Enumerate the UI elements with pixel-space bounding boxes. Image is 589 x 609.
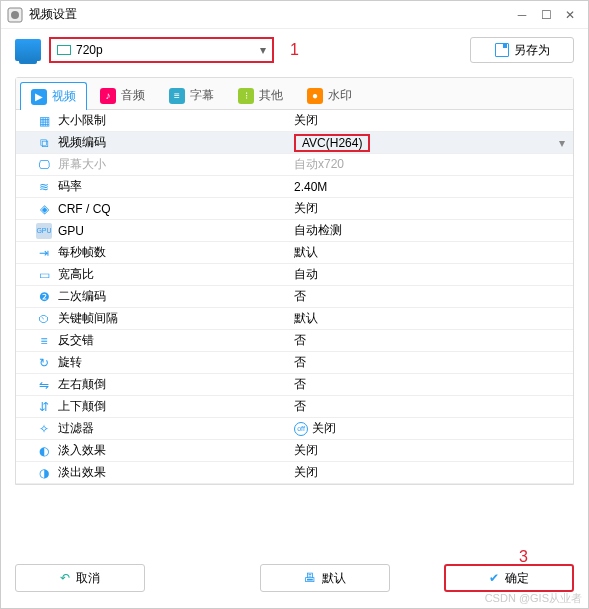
titlebar: 视频设置 ─ ☐ ✕	[1, 1, 588, 29]
setting-row[interactable]: ❷二次编码否	[16, 286, 573, 308]
tab-icon: ♪	[100, 88, 116, 104]
setting-row[interactable]: ⇵上下颠倒否	[16, 396, 573, 418]
filter-icon: ✧	[36, 421, 52, 437]
maximize-button[interactable]: ☐	[534, 5, 558, 25]
setting-row[interactable]: GPUGPU自动检测	[16, 220, 573, 242]
setting-value: 关闭	[294, 112, 318, 129]
tab-label: 字幕	[190, 87, 214, 104]
size-limit-icon: ▦	[36, 113, 52, 129]
setting-value: AVC(H264)	[294, 134, 370, 152]
setting-value: 否	[294, 288, 306, 305]
setting-label: 大小限制	[58, 112, 106, 129]
crf-icon: ◈	[36, 201, 52, 217]
window-title: 视频设置	[29, 6, 510, 23]
setting-label: 反交错	[58, 332, 94, 349]
setting-value: 否	[294, 354, 306, 371]
setting-label: 每秒帧数	[58, 244, 106, 261]
setting-row[interactable]: ≋码率2.40M	[16, 176, 573, 198]
setting-value: 自动检测	[294, 222, 342, 239]
setting-value: 否	[294, 376, 306, 393]
rotate-icon: ↻	[36, 355, 52, 371]
tab-label: 视频	[52, 88, 76, 105]
setting-row[interactable]: ◈CRF / CQ关闭	[16, 198, 573, 220]
twopass-icon: ❷	[36, 289, 52, 305]
setting-row[interactable]: ⧉视频编码AVC(H264)2▾	[16, 132, 573, 154]
fps-icon: ⇥	[36, 245, 52, 261]
tab-label: 其他	[259, 87, 283, 104]
printer-icon: 🖶	[304, 571, 316, 585]
tabs: ▶视频♪音频≡字幕⁝其他●水印	[16, 78, 573, 110]
setting-row[interactable]: ⇥每秒帧数默认	[16, 242, 573, 264]
gpu-icon: GPU	[36, 223, 52, 239]
setting-row[interactable]: ⇋左右颠倒否	[16, 374, 573, 396]
setting-label: 左右颠倒	[58, 376, 106, 393]
svg-point-1	[11, 11, 19, 19]
bitrate-icon: ≋	[36, 179, 52, 195]
annotation-1: 1	[290, 41, 299, 59]
device-icon	[15, 39, 41, 61]
toolbar: 720p ▾ 1 另存为	[1, 29, 588, 71]
tab-icon: ▶	[31, 89, 47, 105]
preset-select[interactable]: 720p ▾	[49, 37, 274, 63]
default-button[interactable]: 🖶 默认	[260, 564, 390, 592]
codec-icon: ⧉	[36, 135, 52, 151]
setting-value: 关闭	[294, 200, 318, 217]
tabs-container: ▶视频♪音频≡字幕⁝其他●水印 ▦大小限制关闭⧉视频编码AVC(H264)2▾🖵…	[15, 77, 574, 485]
flipv-icon: ⇵	[36, 399, 52, 415]
setting-value: 否	[294, 398, 306, 415]
setting-value: 自动	[294, 266, 318, 283]
ok-label: 确定	[505, 570, 529, 587]
setting-label: 过滤器	[58, 420, 94, 437]
save-icon	[495, 43, 509, 57]
setting-row[interactable]: ▭宽高比自动	[16, 264, 573, 286]
setting-row[interactable]: ◐淡入效果关闭	[16, 440, 573, 462]
setting-label: 屏幕大小	[58, 156, 106, 173]
tab-w[interactable]: ●水印	[296, 81, 363, 109]
minimize-button[interactable]: ─	[510, 5, 534, 25]
tab-label: 音频	[121, 87, 145, 104]
setting-row[interactable]: ↻旋转否	[16, 352, 573, 374]
fadeout-icon: ◑	[36, 465, 52, 481]
setting-row[interactable]: ≡反交错否	[16, 330, 573, 352]
setting-row[interactable]: ▦大小限制关闭	[16, 110, 573, 132]
setting-label: GPU	[58, 224, 84, 238]
resolution-icon	[57, 45, 71, 55]
setting-label: 上下颠倒	[58, 398, 106, 415]
watermark: CSDN @GIS从业者	[485, 591, 582, 606]
setting-row[interactable]: 🖵屏幕大小自动x720	[16, 154, 573, 176]
setting-value: 自动x720	[294, 156, 344, 173]
setting-row[interactable]: ⏲关键帧间隔默认	[16, 308, 573, 330]
setting-label: 宽高比	[58, 266, 94, 283]
setting-label: 视频编码	[58, 134, 106, 151]
tab-v[interactable]: ▶视频	[20, 82, 87, 110]
close-button[interactable]: ✕	[558, 5, 582, 25]
undo-icon: ↶	[60, 571, 70, 585]
fadein-icon: ◐	[36, 443, 52, 459]
setting-label: 淡入效果	[58, 442, 106, 459]
keyframe-icon: ⏲	[36, 311, 52, 327]
tab-s[interactable]: ≡字幕	[158, 81, 225, 109]
screen-icon: 🖵	[36, 157, 52, 173]
fliph-icon: ⇋	[36, 377, 52, 393]
setting-value: 关闭	[312, 420, 336, 437]
cancel-label: 取消	[76, 570, 100, 587]
app-icon	[7, 7, 23, 23]
ok-button[interactable]: ✔ 确定	[444, 564, 574, 592]
setting-label: 关键帧间隔	[58, 310, 118, 327]
setting-row[interactable]: ◑淡出效果关闭	[16, 462, 573, 484]
setting-label: CRF / CQ	[58, 202, 111, 216]
check-icon: ✔	[489, 571, 499, 585]
chevron-down-icon: ▾	[559, 136, 565, 150]
setting-label: 淡出效果	[58, 464, 106, 481]
setting-label: 旋转	[58, 354, 82, 371]
tab-o[interactable]: ⁝其他	[227, 81, 294, 109]
setting-value: 2.40M	[294, 180, 327, 194]
setting-row[interactable]: ✧过滤器off关闭	[16, 418, 573, 440]
setting-value: 默认	[294, 244, 318, 261]
cancel-button[interactable]: ↶ 取消	[15, 564, 145, 592]
tab-label: 水印	[328, 87, 352, 104]
saveas-button[interactable]: 另存为	[470, 37, 574, 63]
settings-grid: ▦大小限制关闭⧉视频编码AVC(H264)2▾🖵屏幕大小自动x720≋码率2.4…	[16, 110, 573, 484]
setting-value: 默认	[294, 310, 318, 327]
tab-a[interactable]: ♪音频	[89, 81, 156, 109]
